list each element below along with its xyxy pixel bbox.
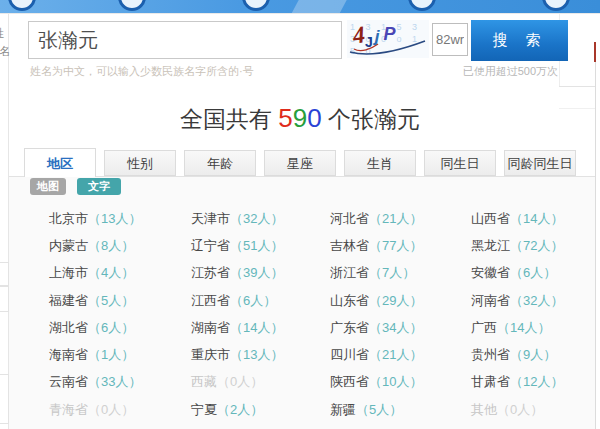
region-item[interactable]: 内蒙古（8人） <box>49 237 191 255</box>
region-name: 吉林省 <box>330 238 369 253</box>
region-name: 陕西省 <box>330 374 369 389</box>
region-name: 山东省 <box>330 293 369 308</box>
region-count: （7人） <box>369 265 415 280</box>
region-name: 北京市 <box>49 211 88 226</box>
region-count: （29人） <box>369 293 422 308</box>
name-input[interactable] <box>28 21 342 59</box>
captcha-char: P <box>384 24 396 45</box>
tab-6[interactable]: 同龄同生日 <box>504 150 576 176</box>
region-item[interactable]: 重庆市（13人） <box>191 346 330 364</box>
region-item[interactable]: 海南省（1人） <box>49 346 191 364</box>
region-name: 西藏 <box>191 374 217 389</box>
region-name: 浙江省 <box>330 265 369 280</box>
captcha-code-input[interactable] <box>432 23 468 56</box>
region-count: （14人） <box>497 320 550 335</box>
name-input-hint: 姓名为中文，可以输入少数民族名字所含的·号 <box>30 64 254 79</box>
region-item[interactable]: 贵州省（9人） <box>471 346 595 364</box>
region-name: 江苏省 <box>191 265 230 280</box>
region-count: （5人） <box>88 293 134 308</box>
region-count: （6人） <box>510 265 556 280</box>
region-count: （8人） <box>88 238 134 253</box>
tab-3[interactable]: 星座 <box>264 150 336 176</box>
region-count: （12人） <box>510 374 563 389</box>
region-panel: 地图 文字 北京市（13人）天津市（32人）河北省（21人）山西省（14人）内蒙… <box>9 177 595 429</box>
subtab-map[interactable]: 地图 <box>30 178 66 195</box>
region-item[interactable]: 新疆（5人） <box>330 401 471 419</box>
region-item[interactable]: 其他（0人） <box>471 401 595 419</box>
region-name: 新疆 <box>330 402 356 417</box>
tab-5[interactable]: 同生日 <box>424 150 496 176</box>
tabs: 地区性别年龄星座生肖同生日同龄同生日 <box>24 148 576 177</box>
region-count: （6人） <box>88 320 134 335</box>
region-count: （0人） <box>217 374 263 389</box>
region-count: （0人） <box>497 402 543 417</box>
region-name: 江西省 <box>191 293 230 308</box>
region-item[interactable]: 广东省（34人） <box>330 319 471 337</box>
region-name: 河南省 <box>471 293 510 308</box>
region-count: （14人） <box>230 320 283 335</box>
region-item[interactable]: 西藏（0人） <box>191 373 330 391</box>
region-item[interactable]: 江苏省（39人） <box>191 264 330 282</box>
captcha-char: j <box>375 27 380 47</box>
region-name: 云南省 <box>49 374 88 389</box>
region-item[interactable]: 山东省（29人） <box>330 292 471 310</box>
tab-2[interactable]: 年龄 <box>184 150 256 176</box>
region-item[interactable]: 安徽省（6人） <box>471 264 595 282</box>
captcha-image[interactable]: 1 3 1 5 33 o 0 o 1 5 0 4JjP <box>347 20 429 58</box>
region-count: （77人） <box>369 238 422 253</box>
captcha-char: J <box>365 34 373 50</box>
right-red-border <box>594 42 596 62</box>
region-item[interactable]: 天津市（32人） <box>191 210 330 228</box>
left-strip-box <box>0 286 9 312</box>
region-item[interactable]: 吉林省（77人） <box>330 237 471 255</box>
region-name: 天津市 <box>191 211 230 226</box>
region-item[interactable]: 广西（14人） <box>471 319 595 337</box>
region-item[interactable]: 陕西省（10人） <box>330 373 471 391</box>
region-name: 河北省 <box>330 211 369 226</box>
region-item[interactable]: 湖北省（6人） <box>49 319 191 337</box>
result-digit: 9 <box>293 103 307 133</box>
tab-4[interactable]: 生肖 <box>344 150 416 176</box>
region-item[interactable]: 上海市（4人） <box>49 264 191 282</box>
region-item[interactable]: 辽宁省（51人） <box>191 237 330 255</box>
region-item[interactable]: 浙江省（7人） <box>330 264 471 282</box>
region-count: （0人） <box>88 402 134 417</box>
region-item[interactable]: 山西省（14人） <box>471 210 595 228</box>
tab-1[interactable]: 性别 <box>104 150 176 176</box>
left-strip-char: 姓 <box>0 26 4 41</box>
region-item[interactable]: 北京市（13人） <box>49 210 191 228</box>
region-item[interactable]: 河北省（21人） <box>330 210 471 228</box>
right-panel-line <box>559 86 595 87</box>
region-count: （4人） <box>88 265 134 280</box>
result-title: 全国共有 590 个张瀚元 <box>0 101 600 135</box>
tab-0[interactable]: 地区 <box>24 148 96 177</box>
top-banner <box>0 0 600 13</box>
captcha-characters: 4JjP <box>353 22 396 49</box>
left-strip-box <box>0 374 9 424</box>
region-item[interactable]: 湖南省（14人） <box>191 319 330 337</box>
search-button[interactable]: 搜 索 <box>471 20 568 61</box>
region-item[interactable]: 福建省（5人） <box>49 292 191 310</box>
top-divider <box>0 13 600 14</box>
region-name: 宁夏 <box>191 402 217 417</box>
tabs-bottom-line <box>9 176 595 177</box>
region-item[interactable]: 青海省（0人） <box>49 401 191 419</box>
region-item[interactable]: 四川省（21人） <box>330 346 471 364</box>
region-name: 广东省 <box>330 320 369 335</box>
region-item[interactable]: 宁夏（2人） <box>191 401 330 419</box>
region-item[interactable]: 黑龙江（72人） <box>471 237 595 255</box>
region-name: 辽宁省 <box>191 238 230 253</box>
result-digit: 0 <box>307 103 321 133</box>
step-circle-icon <box>118 0 146 11</box>
region-item[interactable]: 江西省（6人） <box>191 292 330 310</box>
region-item[interactable]: 河南省（32人） <box>471 292 595 310</box>
region-count: （21人） <box>369 347 422 362</box>
region-item[interactable]: 云南省（33人） <box>49 373 191 391</box>
region-name: 福建省 <box>49 293 88 308</box>
region-item[interactable]: 甘肃省（12人） <box>471 373 595 391</box>
step-circle-icon <box>8 0 36 11</box>
left-strip-box <box>0 262 9 286</box>
region-name: 内蒙古 <box>49 238 88 253</box>
subtab-text[interactable]: 文字 <box>77 178 121 195</box>
region-count: （1人） <box>88 347 134 362</box>
